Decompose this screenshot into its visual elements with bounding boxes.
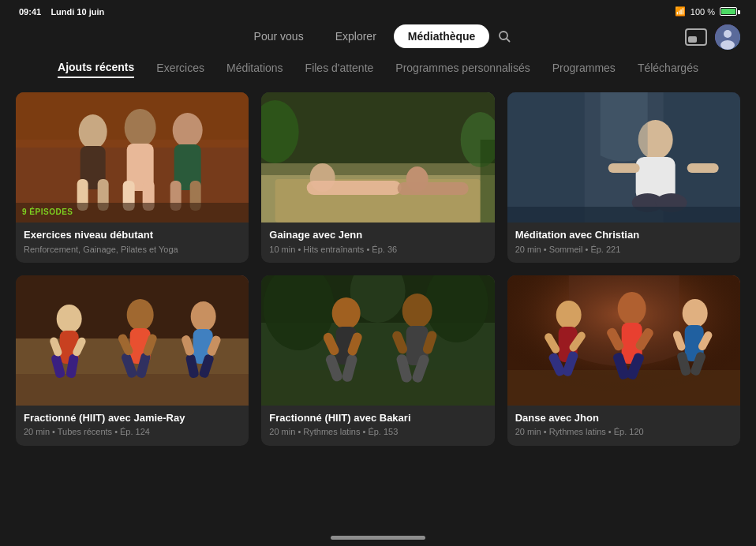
card-danse-jhon[interactable]: Danse avec Jhon 20 min • Rythmes latins …	[507, 275, 740, 446]
nav-mediatheque[interactable]: Médiathèque	[394, 24, 490, 48]
tab-files-attente[interactable]: Files d'attente	[305, 62, 374, 77]
svg-rect-28	[398, 182, 469, 195]
nav-pour-vous[interactable]: Pour vous	[240, 24, 318, 48]
card-thumb-1: 9 ÉPISODES	[16, 92, 249, 223]
svg-point-12	[125, 109, 156, 147]
nav-explorer[interactable]: Explorer	[321, 24, 391, 48]
card-title-6: Danse avec Jhon	[515, 412, 732, 424]
svg-point-90	[617, 292, 646, 325]
svg-point-69	[332, 297, 361, 329]
card-title-4: Fractionné (HIIT) avec Jamie-Ray	[24, 412, 241, 424]
wifi-icon: 📶	[675, 6, 686, 17]
card-thumb-3	[507, 92, 740, 223]
top-right-icons	[685, 24, 740, 50]
card-hiit-jamie-ray[interactable]: Fractionné (HIIT) avec Jamie-Ray 20 min …	[16, 275, 249, 446]
svg-point-57	[191, 301, 216, 331]
card-meditation-christian[interactable]: Méditation avec Christian 20 min • Somme…	[507, 92, 740, 263]
card-title-1: Exercices niveau débutant	[24, 229, 241, 241]
card-thumb-6	[507, 275, 740, 406]
pip-button[interactable]	[685, 28, 707, 46]
card-subtitle-6: 20 min • Rythmes latins • Ép. 120	[515, 426, 732, 437]
svg-point-75	[402, 294, 432, 328]
card-thumb-5	[261, 275, 494, 406]
tab-programmes[interactable]: Programmes	[552, 62, 616, 77]
svg-rect-31	[481, 140, 495, 223]
tab-exercices[interactable]: Exercices	[156, 62, 204, 77]
card-subtitle-2: 10 min • Hits entraînants • Ép. 36	[269, 244, 486, 255]
card-exercices-debutant[interactable]: 9 ÉPISODES Exercices niveau débutant Ren…	[16, 92, 249, 263]
status-bar: 09:41 Lundi 10 juin 📶 100 %	[0, 0, 756, 20]
svg-point-8	[79, 114, 107, 149]
card-title-5: Fractionné (HIIT) avec Bakari	[269, 412, 486, 424]
tab-meditations[interactable]: Méditations	[226, 62, 283, 77]
status-time-date: 09:41 Lundi 10 juin	[19, 7, 104, 17]
card-thumb-4	[16, 275, 249, 406]
svg-point-84	[556, 301, 581, 329]
card-title-2: Gainage avec Jenn	[269, 229, 486, 241]
svg-point-3	[724, 30, 732, 38]
card-subtitle-3: 20 min • Sommeil • Ép. 221	[515, 244, 732, 255]
tab-programmes-personnalises[interactable]: Programmes personnalisés	[395, 62, 530, 77]
card-thumb-2	[261, 92, 494, 223]
card-title-3: Méditation avec Christian	[515, 229, 732, 241]
card-info-2: Gainage avec Jenn 10 min • Hits entraîna…	[261, 223, 494, 263]
svg-rect-26	[307, 181, 402, 195]
avatar[interactable]	[715, 24, 740, 50]
card-info-1: Exercices niveau débutant Renforcement, …	[16, 223, 249, 263]
card-subtitle-4: 20 min • Tubes récents • Ép. 124	[24, 426, 241, 437]
top-navigation: Pour vous Explorer Médiathèque	[0, 20, 756, 56]
tab-ajouts-recents[interactable]: Ajouts récents	[58, 61, 134, 78]
status-time: 09:41	[19, 7, 41, 17]
svg-rect-37	[608, 163, 639, 173]
svg-point-96	[682, 299, 707, 327]
svg-rect-41	[507, 207, 740, 223]
card-subtitle-1: Renforcement, Gainage, Pilates et Yoga	[24, 244, 241, 255]
card-gainage-jenn[interactable]: Gainage avec Jenn 10 min • Hits entraîna…	[261, 92, 494, 263]
card-info-3: Méditation avec Christian 20 min • Somme…	[507, 223, 740, 263]
card-info-4: Fractionné (HIIT) avec Jamie-Ray 20 min …	[16, 406, 249, 446]
svg-point-45	[57, 305, 82, 333]
card-info-5: Fractionné (HIIT) avec Bakari 20 min • R…	[261, 406, 494, 446]
svg-rect-68	[261, 370, 494, 406]
card-subtitle-5: 20 min • Rythmes latins • Ép. 153	[269, 426, 486, 437]
battery-icon	[720, 7, 737, 16]
card-info-6: Danse avec Jhon 20 min • Rythmes latins …	[507, 406, 740, 446]
search-icon[interactable]	[492, 24, 516, 48]
tab-telecharges[interactable]: Téléchargés	[638, 62, 698, 77]
svg-line-1	[507, 39, 510, 42]
svg-rect-38	[687, 163, 718, 173]
status-date: Lundi 10 juin	[51, 7, 104, 17]
home-indicator	[331, 536, 425, 540]
svg-rect-44	[16, 374, 249, 406]
svg-point-4	[720, 40, 735, 50]
svg-point-51	[127, 299, 154, 331]
svg-point-16	[173, 113, 203, 148]
card-hiit-bakari[interactable]: Fractionné (HIIT) avec Bakari 20 min • R…	[261, 275, 494, 446]
content-grid: 9 ÉPISODES Exercices niveau débutant Ren…	[0, 89, 756, 446]
category-tabs: Ajouts récents Exercices Méditations Fil…	[0, 56, 756, 89]
battery-percent: 100 %	[691, 7, 715, 17]
episodes-badge-1: 9 ÉPISODES	[22, 208, 73, 216]
status-icons: 📶 100 %	[675, 6, 737, 17]
